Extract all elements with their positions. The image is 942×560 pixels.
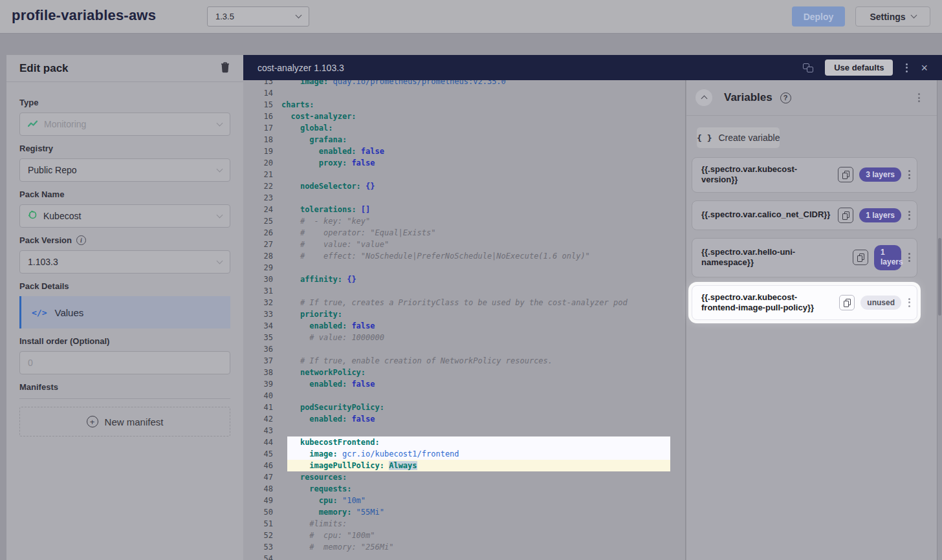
code-line[interactable]: 14 [243, 87, 685, 99]
top-bar: profile-variables-aws 1.3.5 Deploy Setti… [0, 0, 942, 34]
kebab-menu-icon[interactable] [907, 169, 912, 180]
code-line[interactable]: 26 # operator: "Equal|Exists" [243, 227, 685, 239]
code-icon: </> [32, 308, 47, 318]
line-number: 44 [243, 436, 273, 448]
variable-card[interactable]: {{.spectro.var.calico_net_CIDR}}1 layers [692, 200, 917, 230]
code-editor[interactable]: 13 image: quay.io/prometheus/prometheus:… [243, 80, 686, 560]
code-line[interactable]: 46 imagePullPolicy: Always [243, 460, 685, 471]
registry-select[interactable]: Public Repo [19, 158, 230, 182]
code-line[interactable]: 34 enabled: false [243, 320, 685, 332]
line-number: 34 [243, 320, 273, 332]
layers-badge: 1 layers [874, 245, 901, 270]
line-number: 17 [243, 122, 273, 134]
code-line[interactable]: 36 [243, 343, 685, 355]
code-line[interactable]: 21 [243, 169, 685, 180]
deploy-button[interactable]: Deploy [792, 6, 845, 27]
settings-button[interactable]: Settings [855, 6, 930, 27]
code-line[interactable]: 37 # If true, enable creation of Network… [243, 355, 685, 367]
code-line[interactable]: 25 # - key: "key" [243, 215, 685, 227]
kebab-menu-icon[interactable] [917, 92, 921, 103]
variable-card[interactable]: {{.spectro.var.kubecost-frontend-image-p… [692, 285, 917, 321]
code-line[interactable]: 27 # value: "value" [243, 239, 685, 250]
kebab-menu-icon[interactable] [904, 62, 909, 74]
code-line[interactable]: 35 # value: 1000000 [243, 332, 685, 343]
profile-version-select[interactable]: 1.3.5 [207, 6, 309, 27]
code-line[interactable]: 41 podSecurityPolicy: [243, 402, 685, 413]
line-number: 38 [243, 367, 273, 378]
help-icon[interactable]: ? [780, 92, 791, 103]
code-line[interactable]: 44 kubecostFrontend: [243, 436, 685, 448]
copy-icon[interactable] [839, 295, 855, 310]
variable-card[interactable]: {{.spectro.var.hello-uni-namespace}}1 la… [692, 238, 917, 277]
create-variable-button[interactable]: { } Create variable [697, 127, 780, 148]
code-line[interactable]: 32 # If true, creates a PriorityClass to… [243, 297, 685, 308]
code-line[interactable]: 50 memory: "55Mi" [243, 506, 685, 518]
line-number: 52 [243, 530, 273, 541]
code-line[interactable]: 42 enabled: false [243, 413, 685, 425]
code-line[interactable]: 47 resources: [243, 471, 685, 483]
plus-icon: + [87, 416, 98, 427]
trash-icon[interactable] [220, 61, 230, 76]
copy-icon[interactable] [853, 250, 868, 265]
scrollbar-thumb[interactable] [938, 238, 941, 316]
code-line[interactable]: 22 nodeSelector: {} [243, 180, 685, 192]
code-line[interactable]: 54 [243, 553, 685, 560]
code-line[interactable]: 48 requests: [243, 483, 685, 495]
kebab-menu-icon[interactable] [907, 297, 912, 308]
code-line[interactable]: 23 [243, 192, 685, 204]
line-number: 49 [243, 495, 273, 506]
values-label: Values [54, 307, 83, 318]
line-number: 45 [243, 448, 273, 460]
pack-version-select[interactable]: 1.103.3 [19, 250, 230, 274]
line-number: 40 [243, 390, 273, 402]
variable-card[interactable]: {{.spectro.var.kubecost-version}}3 layer… [692, 157, 917, 193]
kubecost-icon [28, 210, 37, 222]
new-manifest-button[interactable]: + New manifest [19, 407, 230, 436]
code-line[interactable]: 19 enabled: false [243, 145, 685, 157]
pack-details-values-item[interactable]: </> Values [19, 296, 230, 328]
code-line[interactable]: 18 grafana: [243, 134, 685, 145]
code-line[interactable]: 28 # effect: "NoSchedule|PreferNoSchedul… [243, 250, 685, 262]
kebab-menu-icon[interactable] [907, 210, 912, 221]
collapse-panel-button[interactable] [696, 89, 712, 106]
copy-icon[interactable] [838, 208, 853, 223]
code-line[interactable]: 13 image: quay.io/prometheus/prometheus:… [243, 80, 685, 87]
code-line[interactable]: 24 tolerations: [] [243, 204, 685, 215]
code-line[interactable]: 51 #limits: [243, 518, 685, 530]
code-line[interactable]: 45 image: gcr.io/kubecost1/frontend [243, 448, 685, 460]
install-order-input[interactable] [19, 351, 230, 374]
code-line[interactable]: 39 enabled: false [243, 378, 685, 390]
code-line[interactable]: 33 priority: [243, 308, 685, 320]
line-number: 26 [243, 227, 273, 239]
code-line[interactable]: 38 networkPolicy: [243, 367, 685, 378]
code-line[interactable]: 29 [243, 262, 685, 274]
code-line[interactable]: 52 # cpu: "100m" [243, 530, 685, 541]
code-line[interactable]: 30 affinity: {} [243, 274, 685, 285]
line-number: 23 [243, 192, 273, 204]
line-number: 53 [243, 541, 273, 553]
code-line[interactable]: 31 [243, 285, 685, 297]
line-number: 15 [243, 99, 273, 111]
kebab-menu-icon[interactable] [907, 252, 912, 263]
code-line[interactable]: 53 # memory: "256Mi" [243, 541, 685, 553]
variable-name: {{.spectro.var.hello-uni-namespace}} [701, 247, 847, 268]
variable-name: {{.spectro.var.kubecost-version}} [701, 164, 832, 186]
code-line[interactable]: 43 [243, 425, 685, 436]
code-line[interactable]: 20 proxy: false [243, 157, 685, 169]
line-number: 13 [243, 80, 273, 87]
line-number: 51 [243, 518, 273, 530]
scrollbar[interactable] [937, 80, 942, 560]
code-line[interactable]: 49 cpu: "10m" [243, 495, 685, 506]
line-number: 24 [243, 204, 273, 215]
code-line[interactable]: 15charts: [243, 99, 685, 111]
close-icon[interactable]: × [921, 62, 928, 74]
code-line[interactable]: 17 global: [243, 122, 685, 134]
copy-icon[interactable] [838, 167, 853, 182]
code-line[interactable]: 40 [243, 390, 685, 402]
diff-compare-icon[interactable] [803, 63, 813, 72]
code-line[interactable]: 16 cost-analyzer: [243, 111, 685, 122]
use-defaults-button[interactable]: Use defaults [825, 59, 893, 76]
info-icon[interactable]: i [76, 235, 86, 245]
pack-name-select[interactable]: Kubecost [19, 204, 230, 228]
chevron-down-icon [217, 211, 223, 218]
